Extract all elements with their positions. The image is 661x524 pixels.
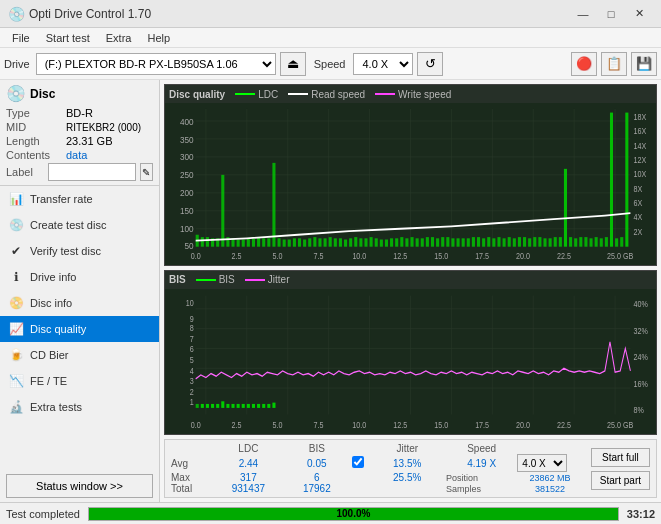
verify-test-disc-icon: ✔ [8,243,24,259]
disc-length-row: Length 23.31 GB [6,135,153,147]
sidebar-item-drive-info[interactable]: ℹ Drive info [0,264,159,290]
sidebar-item-extra-tests[interactable]: 🔬 Extra tests [0,394,159,420]
sidebar-item-fe-te[interactable]: 📉 FE / TE [0,368,159,394]
sidebar-item-verify-test-disc[interactable]: ✔ Verify test disc [0,238,159,264]
menu-start-test[interactable]: Start test [38,28,98,48]
drive-dropdown[interactable]: (F:) PLEXTOR BD-R PX-LB950SA 1.06 [36,53,276,75]
sidebar-item-cd-bier[interactable]: 🍺 CD Bier [0,342,159,368]
svg-rect-177 [262,404,265,408]
bottombar: Test completed 100.0% 33:12 [0,502,661,524]
menu-extra[interactable]: Extra [98,28,140,48]
svg-rect-90 [472,237,475,247]
svg-rect-53 [283,240,286,247]
svg-rect-67 [354,237,357,247]
svg-text:12X: 12X [633,155,646,165]
sidebar-item-create-test-disc[interactable]: 💿 Create test disc [0,212,159,238]
svg-rect-119 [620,237,623,247]
disc-label-edit-button[interactable]: ✎ [140,163,153,181]
sidebar-item-label: CD Bier [30,349,69,361]
position-label: Position [446,472,517,483]
sidebar-item-disc-info[interactable]: 📀 Disc info [0,290,159,316]
svg-rect-175 [252,404,255,408]
chart1-area: 400 350 300 250 200 150 100 50 18X 16X 1… [165,103,656,265]
svg-text:6: 6 [190,344,194,354]
svg-text:10: 10 [186,298,194,308]
close-button[interactable]: ✕ [625,3,653,25]
svg-rect-173 [242,404,245,408]
svg-rect-48 [257,237,260,247]
maximize-button[interactable]: □ [597,3,625,25]
svg-rect-50 [267,238,270,246]
svg-rect-41 [221,175,224,247]
svg-rect-60 [318,238,321,246]
svg-rect-57 [303,240,306,247]
sidebar-item-label: Disc info [30,297,72,309]
svg-rect-79 [416,238,419,246]
jitter-legend-line [245,279,265,281]
bis-legend-text: BIS [219,274,235,285]
svg-rect-54 [288,240,291,247]
sidebar-item-disc-quality[interactable]: 📈 Disc quality [0,316,159,342]
svg-text:24%: 24% [633,352,648,362]
menu-file[interactable]: File [4,28,38,48]
svg-text:10.0: 10.0 [352,251,367,261]
speed-dropdown[interactable]: 4.0 X 1.0 X 2.0 X 8.0 X [353,53,413,75]
svg-rect-118 [615,238,618,246]
svg-text:7.5: 7.5 [313,420,323,430]
svg-text:17.5: 17.5 [475,420,489,430]
svg-rect-97 [508,237,511,247]
burn-button[interactable]: 🔴 [571,52,597,76]
svg-text:10.0: 10.0 [352,420,366,430]
chart1-legend-read: Read speed [288,89,365,100]
refresh-button[interactable]: ↺ [417,52,443,76]
svg-rect-109 [569,237,572,247]
minimize-button[interactable]: — [569,3,597,25]
svg-rect-45 [242,240,245,247]
svg-text:350: 350 [180,134,194,145]
svg-text:300: 300 [180,152,194,163]
svg-rect-56 [298,238,301,246]
ldc-legend-line [235,93,255,95]
status-window-button[interactable]: Status window >> [6,474,153,498]
jitter-legend-text: Jitter [268,274,290,285]
svg-rect-112 [584,237,587,247]
svg-rect-104 [543,238,546,246]
svg-rect-117 [610,113,613,247]
avg-speed: 4.19 X [446,454,517,472]
disc-quality-chart: Disc quality LDC Read speed Write speed [164,84,657,266]
samples-label: Samples [446,483,517,494]
stats-table: LDC BIS Jitter Speed Avg 2.44 0.05 13.5%… [171,443,583,494]
disc-label-input[interactable] [48,163,136,181]
eject-button[interactable]: ⏏ [280,52,306,76]
svg-text:6X: 6X [633,198,642,208]
chart1-header: Disc quality LDC Read speed Write speed [165,85,656,103]
svg-text:20.0: 20.0 [516,420,530,430]
svg-rect-66 [349,238,352,246]
svg-text:8X: 8X [633,184,642,194]
svg-rect-70 [370,237,373,247]
ldc-header: LDC [213,443,284,454]
svg-rect-115 [600,238,603,246]
sidebar-item-label: Drive info [30,271,76,283]
save-button[interactable]: 💾 [631,52,657,76]
svg-rect-72 [380,240,383,247]
start-full-button[interactable]: Start full [591,448,650,467]
jitter-checkbox[interactable] [352,456,364,468]
speed-selector-stats[interactable]: 4.0 X [517,454,567,472]
start-part-button[interactable]: Start part [591,471,650,490]
sidebar-item-label: FE / TE [30,375,67,387]
menubar: File Start test Extra Help [0,28,661,48]
svg-text:16X: 16X [633,127,646,137]
svg-text:22.5: 22.5 [557,251,571,261]
disc-length-label: Length [6,135,66,147]
copy-button[interactable]: 📋 [601,52,627,76]
svg-text:15.0: 15.0 [434,251,449,261]
svg-rect-170 [226,404,229,408]
fe-te-icon: 📉 [8,373,24,389]
sidebar-item-transfer-rate[interactable]: 📊 Transfer rate [0,186,159,212]
create-test-disc-icon: 💿 [8,217,24,233]
svg-rect-174 [247,404,250,408]
menu-help[interactable]: Help [139,28,178,48]
svg-rect-87 [457,238,460,246]
svg-rect-62 [329,237,332,247]
